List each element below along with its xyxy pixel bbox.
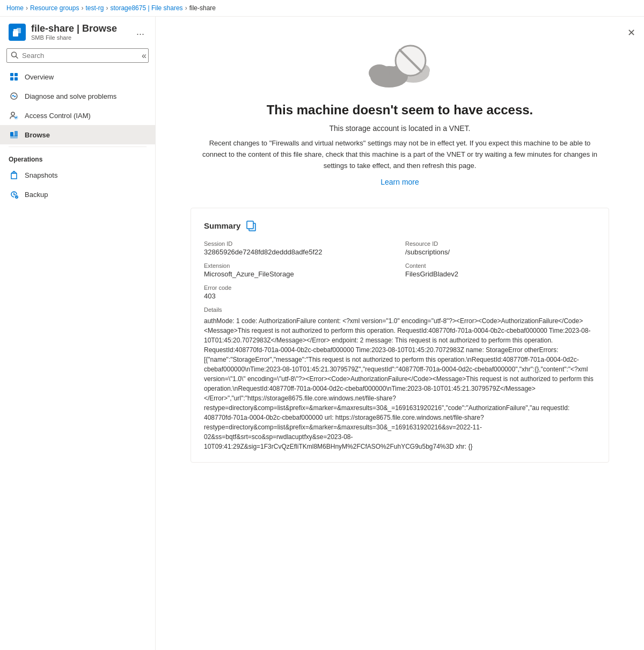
- nav-divider: [9, 147, 147, 147]
- nav-diagnose-label: Diagnose and solve problems: [25, 92, 116, 100]
- breadcrumb-sep-3: ›: [106, 4, 108, 12]
- learn-more-link[interactable]: Learn more: [380, 178, 419, 186]
- main-content: ✕ This machine doesn': [156, 17, 644, 650]
- error-title: This machine doesn't seem to have access…: [267, 103, 533, 118]
- nav-overview[interactable]: Overview: [0, 67, 155, 86]
- breadcrumb: Home › Resource groups › test-rg › stora…: [0, 0, 644, 17]
- access-control-icon: [9, 110, 19, 121]
- content-field: Content FilesGridBladev2: [405, 262, 596, 278]
- breadcrumb-sep-1: ›: [26, 4, 28, 12]
- search-container: «: [0, 44, 155, 67]
- nav-access-control-label: Access Control (IAM): [25, 112, 91, 120]
- details-section: Details authMode: 1 code: AuthorizationF…: [204, 306, 596, 451]
- nav-backup[interactable]: Backup: [0, 185, 155, 204]
- session-id-field: Session ID 32865926de7248fd82deddd8adfe5…: [204, 240, 394, 256]
- snapshots-icon: [9, 170, 19, 180]
- breadcrumb-resource-groups[interactable]: Resource groups: [30, 4, 79, 12]
- nav-access-control[interactable]: Access Control (IAM): [0, 106, 155, 125]
- file-share-icon: [9, 24, 26, 41]
- session-id-value: 32865926de7248fd82deddd8adfe5f22: [204, 248, 394, 256]
- backup-icon: [9, 189, 19, 200]
- svg-rect-6: [14, 73, 18, 76]
- details-label: Details: [204, 306, 596, 313]
- sidebar-title: file-share | Browse: [31, 23, 129, 34]
- sidebar-subtitle: SMB File share: [31, 34, 129, 41]
- breadcrumb-test-rg[interactable]: test-rg: [85, 4, 104, 12]
- nav-snapshots-label: Snapshots: [25, 171, 57, 179]
- svg-rect-7: [10, 77, 13, 81]
- summary-grid: Session ID 32865926de7248fd82deddd8adfe5…: [204, 240, 596, 278]
- breadcrumb-home[interactable]: Home: [6, 4, 24, 12]
- content-value: FilesGridBladev2: [405, 270, 596, 278]
- summary-title: Summary: [204, 221, 240, 230]
- more-options-button[interactable]: ...: [134, 24, 147, 40]
- breadcrumb-current: file-share: [189, 4, 216, 12]
- nav-browse[interactable]: Browse: [0, 125, 155, 144]
- error-code-section: Error code 403: [204, 284, 596, 300]
- extension-field: Extension Microsoft_Azure_FileStorage: [204, 262, 394, 278]
- collapse-sidebar-button[interactable]: «: [142, 51, 147, 61]
- search-input[interactable]: [6, 48, 149, 63]
- error-code-label: Error code: [204, 284, 596, 291]
- svg-point-20: [369, 64, 390, 82]
- error-illustration: [362, 38, 437, 92]
- error-section: This machine doesn't seem to have access…: [191, 17, 609, 197]
- svg-rect-8: [14, 77, 18, 81]
- breadcrumb-file-shares[interactable]: storage8675 | File shares: [110, 4, 182, 12]
- summary-header: Summary: [204, 219, 596, 232]
- sidebar-title-area: file-share | Browse SMB File share: [31, 23, 129, 41]
- extension-value: Microsoft_Azure_FileStorage: [204, 270, 394, 278]
- nav-browse-label: Browse: [25, 131, 50, 139]
- nav-diagnose[interactable]: Diagnose and solve problems: [0, 86, 155, 106]
- details-text: authMode: 1 code: AuthorizationFailure c…: [204, 316, 596, 451]
- overview-icon: [9, 71, 19, 82]
- browse-icon: [9, 129, 19, 140]
- resource-id-value: /subscriptions/: [405, 248, 596, 256]
- extension-label: Extension: [204, 262, 394, 269]
- session-id-label: Session ID: [204, 240, 394, 247]
- error-subtitle: This storage account is located in a VNE…: [329, 124, 470, 133]
- svg-rect-25: [247, 221, 253, 229]
- breadcrumb-sep-2: ›: [81, 4, 83, 12]
- svg-point-10: [11, 112, 14, 115]
- content-label: Content: [405, 262, 596, 269]
- nav-overview-label: Overview: [25, 73, 54, 81]
- diagnose-icon: [9, 91, 19, 101]
- breadcrumb-sep-4: ›: [185, 4, 187, 12]
- error-description: Recent changes to "Firewalls and virtual…: [201, 138, 598, 171]
- copy-icon[interactable]: [245, 219, 258, 232]
- close-button[interactable]: ✕: [627, 27, 635, 39]
- svg-rect-5: [10, 73, 13, 76]
- error-code-value: 403: [204, 292, 596, 300]
- search-icon: [11, 51, 18, 60]
- summary-box: Summary Session ID 32865926de7248fd82ded…: [191, 208, 609, 463]
- resource-id-label: Resource ID: [405, 240, 596, 247]
- operations-section-label: Operations: [0, 149, 155, 165]
- svg-rect-2: [13, 31, 18, 36]
- sidebar: file-share | Browse SMB File share ... «: [0, 17, 156, 650]
- nav-snapshots[interactable]: Snapshots: [0, 165, 155, 185]
- svg-rect-14: [10, 135, 18, 138]
- sidebar-header: file-share | Browse SMB File share ...: [0, 17, 155, 44]
- nav-backup-label: Backup: [25, 191, 48, 199]
- svg-line-4: [16, 56, 18, 59]
- resource-id-field: Resource ID /subscriptions/: [405, 240, 596, 256]
- svg-point-15: [15, 195, 18, 199]
